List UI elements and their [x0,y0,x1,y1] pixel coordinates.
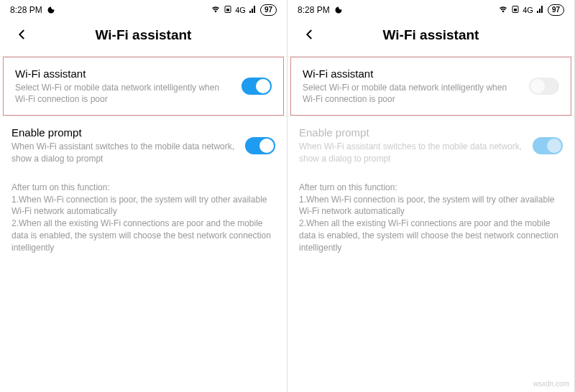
phone-screen-right: 8:28 PM 4G 97 Wi-Fi assistant W [288,0,575,392]
signal-icon [536,5,545,16]
svg-rect-3 [514,9,517,11]
page-title: Wi-Fi assistant [298,27,564,43]
wifi-icon [211,5,221,16]
back-button[interactable] [303,27,316,44]
status-bar: 8:28 PM 4G 97 [0,0,287,19]
wifi-assistant-desc: Select Wi-Fi or mobile data network inte… [15,82,233,105]
header: Wi-Fi assistant [0,19,287,56]
back-button[interactable] [16,27,29,44]
enable-prompt-title: Enable prompt [12,126,236,139]
dnd-moon-icon [334,6,343,14]
status-time: 8:28 PM [10,5,42,15]
wifi-assistant-title: Wi-Fi assistant [303,67,520,80]
network-label: 4G [523,6,533,14]
enable-prompt-row: Enable prompt When Wi-Fi assistant switc… [288,116,574,174]
enable-prompt-toggle [533,137,563,154]
wifi-assistant-toggle[interactable] [529,78,559,95]
enable-prompt-desc: When Wi-Fi assistant switches to the mob… [12,141,236,164]
info-text: After turn on this function: 1.When Wi-F… [0,174,287,261]
dnd-moon-icon [47,6,55,14]
enable-prompt-desc: When Wi-Fi assistant switches to the mob… [299,141,524,164]
sim-card-icon [224,5,232,16]
status-time: 8:28 PM [298,5,330,15]
page-title: Wi-Fi assistant [10,27,277,43]
battery-indicator: 97 [548,4,564,16]
info-text: After turn on this function: 1.When Wi-F… [288,174,574,261]
sim-card-icon [511,5,520,16]
wifi-assistant-toggle[interactable] [242,78,272,95]
watermark: wsxdn.com [533,380,569,388]
header: Wi-Fi assistant [288,19,574,56]
battery-indicator: 97 [260,4,277,16]
signal-icon [249,5,257,16]
enable-prompt-title: Enable prompt [299,126,524,139]
svg-rect-1 [226,9,229,11]
enable-prompt-row[interactable]: Enable prompt When Wi-Fi assistant switc… [0,116,287,174]
enable-prompt-toggle[interactable] [245,137,275,154]
wifi-icon [498,5,508,16]
phone-screen-left: 8:28 PM 4G 97 Wi-Fi assistant W [0,0,288,392]
network-label: 4G [235,6,246,14]
wifi-assistant-row[interactable]: Wi-Fi assistant Select Wi-Fi or mobile d… [3,57,284,116]
wifi-assistant-desc: Select Wi-Fi or mobile data network inte… [303,82,520,105]
wifi-assistant-row[interactable]: Wi-Fi assistant Select Wi-Fi or mobile d… [290,57,571,116]
wifi-assistant-title: Wi-Fi assistant [15,67,233,80]
status-bar: 8:28 PM 4G 97 [288,0,574,19]
